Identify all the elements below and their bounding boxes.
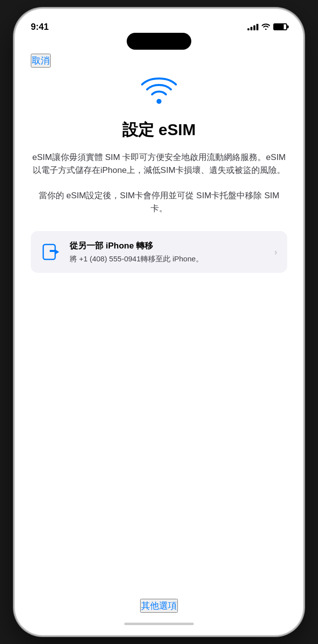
cancel-button[interactable]: 取消 bbox=[31, 54, 51, 68]
transfer-option-subtitle: 將 +1 (408) 555-0941轉移至此 iPhone。 bbox=[70, 253, 266, 264]
wifi-status-icon bbox=[261, 23, 270, 31]
transfer-icon bbox=[41, 242, 62, 262]
status-icons bbox=[247, 23, 287, 31]
description-text-1: eSIM讓你毋須實體 SIM 卡即可方便安全地啟用流動網絡服務。eSIM以電子方… bbox=[31, 151, 287, 177]
status-time: 9:41 bbox=[31, 22, 49, 32]
bottom-section: 其他選項 bbox=[15, 599, 303, 635]
main-content: 取消 設定 eSIM eSIM讓你毋須實體 SIM 卡即可方便安全地啟用流動網絡… bbox=[15, 54, 303, 625]
dynamic-island bbox=[127, 33, 191, 50]
esim-icon-area bbox=[31, 76, 287, 111]
page-title: 設定 eSIM bbox=[31, 119, 287, 141]
home-indicator bbox=[124, 623, 194, 625]
screen: 9:41 bbox=[15, 9, 303, 635]
signal-bars-icon bbox=[247, 23, 258, 30]
phone-frame: 9:41 bbox=[15, 9, 303, 635]
other-options-button[interactable]: 其他選項 bbox=[140, 599, 178, 613]
battery-icon bbox=[273, 23, 287, 30]
svg-point-0 bbox=[157, 99, 161, 104]
transfer-option-content: 從另一部 iPhone 轉移 將 +1 (408) 555-0941轉移至此 i… bbox=[70, 240, 266, 264]
cellular-signal-icon bbox=[31, 76, 287, 111]
transfer-option-card[interactable]: 從另一部 iPhone 轉移 將 +1 (408) 555-0941轉移至此 i… bbox=[31, 231, 287, 273]
transfer-option-title: 從另一部 iPhone 轉移 bbox=[70, 240, 266, 251]
chevron-right-icon: › bbox=[274, 247, 277, 257]
description-text-2: 當你的 eSIM設定後，SIM卡會停用並可從 SIM卡托盤中移除 SIM卡。 bbox=[31, 189, 287, 216]
